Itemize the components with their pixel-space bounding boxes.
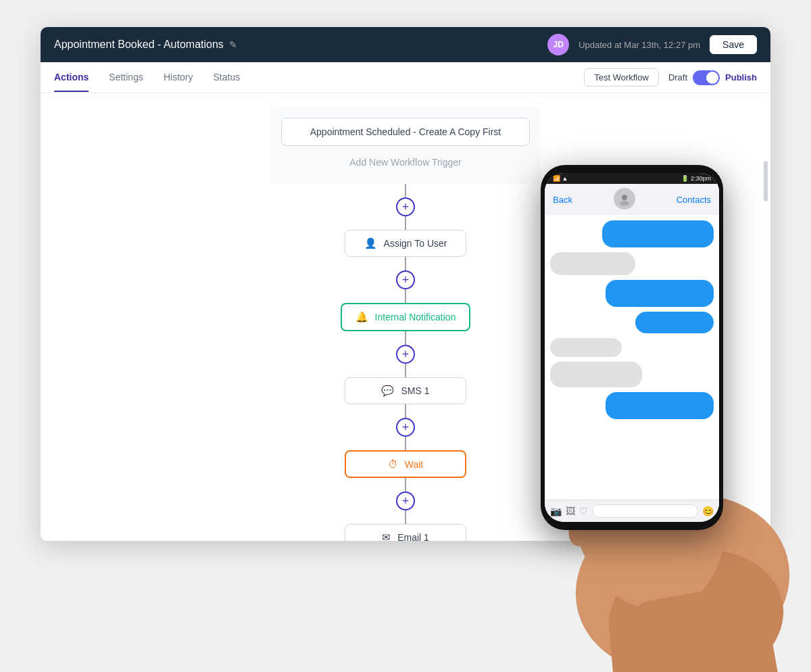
trigger-container: Appointment Scheduled - Create A Copy Fi… [270,107,541,184]
connector-line [405,404,406,418]
add-trigger-button[interactable]: Add New Workflow Trigger [281,151,530,173]
top-bar: Appointment Booked - Automations ✎ JD Up… [41,27,770,62]
nav-tabs: Actions Settings History Status Test Wor… [41,62,770,93]
step-email1[interactable]: ✉ Email 1 [345,524,466,541]
tab-actions[interactable]: Actions [54,64,89,92]
email-icon: ✉ [382,531,391,541]
workflow-steps: + 👤 Assign To User + 🔔 Internal Notifica [54,184,757,541]
add-step-button-0[interactable]: + [396,197,415,216]
draft-publish-switch[interactable] [693,70,720,85]
updated-text: Updated at Mar 13th, 12:27 pm [579,40,700,50]
connector-line [405,289,406,303]
tab-status[interactable]: Status [214,64,241,92]
connector-line [405,216,406,230]
edit-icon[interactable]: ✎ [229,39,237,50]
app-window: Appointment Booked - Automations ✎ JD Up… [41,27,770,541]
connector-0: + [395,184,416,230]
connector-line [405,331,406,345]
step-assign-user[interactable]: 👤 Assign To User [345,230,466,257]
sms1-label: SMS 1 [401,385,429,396]
tab-settings[interactable]: Settings [109,64,143,92]
internal-notification-label: Internal Notification [375,312,456,322]
test-workflow-button[interactable]: Test Workflow [584,68,659,87]
sms-icon: 💬 [381,385,394,397]
main-content: Appointment Scheduled - Create A Copy Fi… [41,93,770,541]
connector-line [405,184,406,197]
notification-icon: 🔔 [355,311,368,323]
step-wait[interactable]: ⏱ Wait [345,450,466,478]
connector-2: + [395,331,416,377]
draft-publish-toggle: Draft Publish [668,70,757,85]
save-button[interactable]: Save [710,35,757,54]
add-step-button-3[interactable]: + [396,418,415,437]
add-step-button-4[interactable]: + [396,491,415,510]
page-title: Appointment Booked - Automations [54,39,224,51]
svg-rect-7 [629,581,785,672]
email1-label: Email 1 [397,532,429,541]
connector-4: + [395,478,416,524]
add-step-button-2[interactable]: + [396,345,415,364]
scroll-indicator [764,161,768,201]
wait-label: Wait [405,459,423,470]
draft-label: Draft [668,72,687,82]
add-step-button-1[interactable]: + [396,270,415,289]
connector-line [405,510,406,524]
step-internal-notification[interactable]: 🔔 Internal Notification [341,303,471,331]
wait-icon: ⏱ [388,458,398,470]
connector-3: + [395,404,416,450]
connector-line [405,478,406,491]
assign-user-label: Assign To User [384,238,447,249]
top-bar-right: JD Updated at Mar 13th, 12:27 pm Save [547,34,757,55]
connector-line [405,364,406,377]
tabs-right: Test Workflow Draft Publish [584,68,757,87]
connector-line [405,257,406,270]
tabs-left: Actions Settings History Status [54,64,240,92]
connector-line [405,437,406,450]
svg-point-1 [598,536,795,672]
assign-user-icon: 👤 [364,237,377,249]
trigger-box[interactable]: Appointment Scheduled - Create A Copy Fi… [281,118,530,146]
workflow-canvas: Appointment Scheduled - Create A Copy Fi… [41,93,770,541]
publish-label: Publish [725,72,757,82]
title-area: Appointment Booked - Automations ✎ [54,39,237,51]
svg-rect-8 [608,605,768,672]
step-sms1[interactable]: 💬 SMS 1 [345,377,466,404]
avatar: JD [547,34,569,55]
connector-1: + [395,257,416,303]
tab-history[interactable]: History [164,64,193,92]
